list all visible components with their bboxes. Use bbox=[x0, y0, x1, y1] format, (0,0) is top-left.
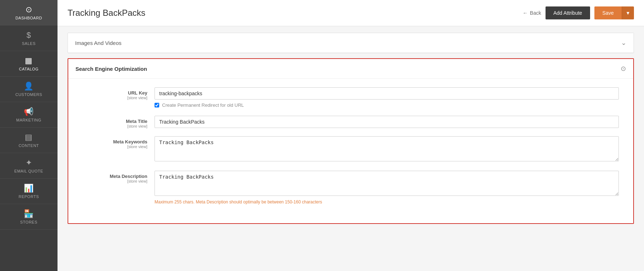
back-label: Back bbox=[530, 10, 541, 16]
sidebar-item-reports[interactable]: 📊 REPORTS bbox=[0, 179, 58, 204]
save-button-group: Save ▼ bbox=[594, 6, 634, 19]
email-quote-icon: ✦ bbox=[26, 158, 32, 167]
header-actions: ← Back Add Attribute Save ▼ bbox=[523, 6, 634, 19]
sidebar-item-content[interactable]: ▤ CONTENT bbox=[0, 128, 58, 153]
page-title: Tracking BackPacks bbox=[68, 8, 523, 18]
sidebar: ⊙ DASHBOARD $ SALES ▦ CATALOG 👤 CUSTOMER… bbox=[0, 0, 58, 271]
seo-form-body: URL Key [store view] Create Permanent Re… bbox=[68, 79, 633, 223]
sidebar-item-stores[interactable]: 🏪 STORES bbox=[0, 204, 58, 230]
back-link[interactable]: ← Back bbox=[523, 10, 541, 16]
url-key-row: URL Key [store view] Create Permanent Re… bbox=[83, 87, 619, 108]
add-attribute-button[interactable]: Add Attribute bbox=[546, 6, 590, 19]
sidebar-item-label: CUSTOMERS bbox=[15, 92, 42, 97]
meta-keywords-label: Meta Keywords bbox=[83, 139, 147, 144]
reports-icon: 📊 bbox=[24, 184, 34, 193]
images-videos-section: Images And Videos ⌄ bbox=[68, 33, 634, 53]
images-videos-chevron-icon: ⌄ bbox=[621, 39, 626, 47]
seo-collapse-icon: ⊙ bbox=[621, 65, 626, 73]
meta-title-label: Meta Title bbox=[83, 119, 147, 124]
url-key-label: URL Key bbox=[83, 90, 147, 96]
meta-title-field bbox=[155, 116, 619, 128]
meta-keywords-sub-label: [store view] bbox=[83, 144, 147, 149]
sidebar-item-label: EMAIL QUOTE bbox=[14, 169, 43, 173]
dashboard-icon: ⊙ bbox=[26, 5, 32, 14]
meta-title-label-group: Meta Title [store view] bbox=[83, 116, 155, 128]
sidebar-item-label: DASHBOARD bbox=[15, 16, 42, 20]
meta-title-input[interactable] bbox=[155, 116, 619, 128]
sidebar-item-label: REPORTS bbox=[19, 194, 39, 199]
images-videos-title: Images And Videos bbox=[75, 40, 121, 46]
seo-section-header[interactable]: Search Engine Optimization ⊙ bbox=[68, 59, 633, 79]
meta-keywords-textarea[interactable]: Tracking BackPacks bbox=[155, 136, 619, 161]
sidebar-item-label: MARKETING bbox=[16, 118, 41, 122]
seo-section: Search Engine Optimization ⊙ URL Key [st… bbox=[68, 58, 634, 224]
sidebar-item-label: SALES bbox=[22, 41, 36, 46]
sales-icon: $ bbox=[27, 31, 31, 40]
permanent-redirect-row: Create Permanent Redirect for old URL bbox=[155, 102, 619, 108]
permanent-redirect-checkbox[interactable] bbox=[155, 103, 159, 107]
marketing-icon: 📢 bbox=[24, 107, 34, 116]
sidebar-item-label: CATALOG bbox=[19, 67, 38, 71]
url-key-input[interactable] bbox=[155, 87, 619, 100]
meta-description-row: Meta Description [store view] Tracking B… bbox=[83, 171, 619, 205]
sidebar-item-label: STORES bbox=[20, 220, 37, 224]
url-key-label-group: URL Key [store view] bbox=[83, 87, 155, 100]
url-key-sub-label: [store view] bbox=[83, 96, 147, 100]
sidebar-item-dashboard[interactable]: ⊙ DASHBOARD bbox=[0, 0, 58, 26]
meta-keywords-row: Meta Keywords [store view] Tracking Back… bbox=[83, 136, 619, 163]
meta-description-sub-label: [store view] bbox=[83, 179, 147, 183]
back-arrow-icon: ← bbox=[523, 10, 528, 16]
permanent-redirect-label: Create Permanent Redirect for old URL bbox=[162, 102, 244, 108]
meta-description-field: Tracking BackPacks Maximum 255 chars. Me… bbox=[155, 171, 619, 205]
main-area: Tracking BackPacks ← Back Add Attribute … bbox=[58, 0, 644, 271]
content-icon: ▤ bbox=[25, 133, 33, 142]
catalog-icon: ▦ bbox=[25, 56, 33, 65]
sidebar-item-marketing[interactable]: 📢 MARKETING bbox=[0, 102, 58, 128]
images-videos-header[interactable]: Images And Videos ⌄ bbox=[68, 33, 634, 53]
save-button[interactable]: Save bbox=[594, 6, 622, 19]
meta-description-hint: Maximum 255 chars. Meta Description shou… bbox=[155, 199, 619, 205]
sidebar-item-catalog[interactable]: ▦ CATALOG bbox=[0, 51, 58, 77]
save-dropdown-button[interactable]: ▼ bbox=[622, 6, 634, 19]
sidebar-item-customers[interactable]: 👤 CUSTOMERS bbox=[0, 77, 58, 102]
sidebar-item-email-quote[interactable]: ✦ EMAIL QUOTE bbox=[0, 153, 58, 179]
meta-description-label-group: Meta Description [store view] bbox=[83, 171, 155, 183]
meta-description-textarea[interactable]: Tracking BackPacks bbox=[155, 171, 619, 196]
content-area: Images And Videos ⌄ Search Engine Optimi… bbox=[58, 26, 644, 271]
page-header: Tracking BackPacks ← Back Add Attribute … bbox=[58, 0, 644, 26]
meta-keywords-label-group: Meta Keywords [store view] bbox=[83, 136, 155, 149]
meta-title-sub-label: [store view] bbox=[83, 124, 147, 128]
customers-icon: 👤 bbox=[24, 82, 34, 91]
chevron-down-icon: ▼ bbox=[626, 10, 630, 16]
meta-description-label: Meta Description bbox=[83, 174, 147, 179]
url-key-field: Create Permanent Redirect for old URL bbox=[155, 87, 619, 108]
seo-section-title: Search Engine Optimization bbox=[75, 66, 147, 72]
meta-title-row: Meta Title [store view] bbox=[83, 116, 619, 128]
meta-keywords-field: Tracking BackPacks bbox=[155, 136, 619, 163]
sidebar-item-label: CONTENT bbox=[19, 143, 39, 148]
stores-icon: 🏪 bbox=[24, 209, 34, 219]
sidebar-item-sales[interactable]: $ SALES bbox=[0, 26, 58, 51]
